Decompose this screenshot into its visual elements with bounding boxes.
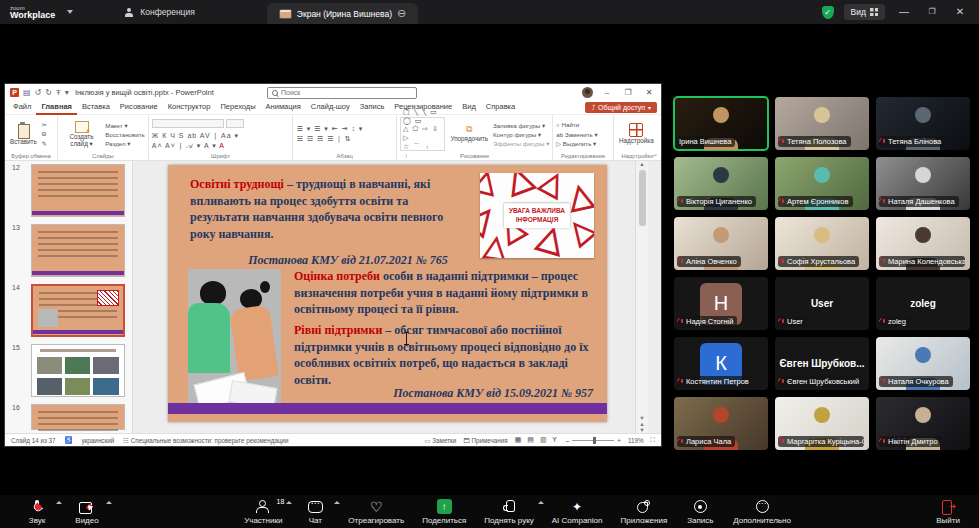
ppt-minimize-button[interactable]: – bbox=[600, 88, 614, 97]
ribbon-collapse-icon[interactable]: ⌄ bbox=[652, 150, 658, 158]
toolbar-button-Дополнительно[interactable]: Дополнительно bbox=[725, 497, 799, 526]
comments-button[interactable]: 🗔 Примечания bbox=[463, 437, 507, 444]
slides-minibuttons[interactable]: Макет ▾ Восстановить Раздел ▾ bbox=[105, 117, 145, 151]
new-slide-button[interactable]: Создать слайд ▾ bbox=[61, 117, 102, 151]
slide-thumbnail-12[interactable]: 12 bbox=[5, 164, 132, 217]
thumbnail-preview[interactable] bbox=[31, 284, 125, 337]
close-button[interactable]: ✕ bbox=[951, 7, 969, 17]
toolbar-button-Поделиться[interactable]: ↑Поделиться bbox=[414, 497, 474, 526]
fit-slide-icon[interactable]: ⛶ bbox=[651, 436, 655, 444]
toolbar-button-Выйти[interactable]: Выйти bbox=[925, 497, 971, 526]
slide-thumbnail-14[interactable]: 14 bbox=[5, 284, 132, 337]
security-shield-icon[interactable] bbox=[822, 6, 834, 19]
arrange-button[interactable]: ⧉ Упорядочить bbox=[448, 117, 489, 151]
participant-tile-zoleg[interactable]: zolegzoleg bbox=[876, 277, 970, 330]
addin-button[interactable]: Надстройка bbox=[617, 117, 656, 151]
ppt-close-button[interactable]: ✕ bbox=[642, 88, 656, 97]
scroll-up-icon[interactable]: ▲ bbox=[639, 161, 644, 167]
scrollbar-thumb[interactable] bbox=[639, 170, 646, 226]
participant-tile-Маргарітка Куріцына-Си...[interactable]: Маргарітка Куріцына-Си... bbox=[775, 397, 869, 450]
font-size-select[interactable] bbox=[226, 119, 244, 128]
toolbar-button-Чат[interactable]: Чат bbox=[292, 497, 338, 526]
stop-share-icon[interactable]: ⊖ bbox=[397, 8, 406, 19]
thumbnail-preview[interactable] bbox=[31, 344, 125, 397]
thumbnail-preview[interactable] bbox=[31, 224, 125, 277]
participant-tile-Аліна Овченко[interactable]: Аліна Овченко bbox=[674, 217, 768, 270]
font-extra-buttons[interactable]: A˄ A˅ ∣ 𝒜 ▾ A ▾ A bbox=[152, 142, 244, 150]
participant-tile-Тетяна Полозова[interactable]: Тетяна Полозова bbox=[775, 97, 869, 150]
paragraph-controls[interactable]: ☰ ▾ ☰ ▾ ⇤ ⇥ ↕ ▾ ☱ ☲ ☴ ☰ ∣ ⇅ bbox=[296, 117, 363, 151]
toolbar-button-Участники[interactable]: 18Участники bbox=[236, 497, 290, 526]
font-style-buttons[interactable]: Ж К Ч S ab AV ∣ Аа ▾ bbox=[152, 132, 244, 140]
participant-tile-Марина Колендовська[interactable]: Марина Колендовська bbox=[876, 217, 970, 270]
ppt-menu-tab-Файл[interactable]: Файл bbox=[8, 100, 36, 115]
slide-scrollbar[interactable]: ▲ ▼ ▲ ▼ bbox=[635, 161, 648, 433]
ppt-restore-button[interactable]: ❐ bbox=[621, 88, 635, 97]
toolbar-button-Поднять руку[interactable]: Поднять руку bbox=[476, 497, 541, 526]
slide-canvas[interactable]: Освітні труднощі – труднощі в навчанні, … bbox=[168, 165, 607, 422]
ppt-menu-tab-Слайд-шоу[interactable]: Слайд-шоу bbox=[306, 100, 355, 115]
ppt-menu-tab-Анимация[interactable]: Анимация bbox=[261, 100, 306, 115]
slide-thumbnail-13[interactable]: 13 bbox=[5, 224, 132, 277]
chevron-up-icon[interactable] bbox=[56, 501, 62, 504]
thumbnail-preview[interactable] bbox=[31, 164, 125, 217]
ppt-menu-tab-Переходы[interactable]: Переходы bbox=[215, 100, 260, 115]
thumbnail-preview[interactable] bbox=[31, 404, 125, 430]
restore-button[interactable]: ❐ bbox=[923, 8, 941, 16]
ppt-menu-tab-Конструктор[interactable]: Конструктор bbox=[163, 100, 216, 115]
language-indicator[interactable]: украинский bbox=[81, 437, 114, 444]
toolbar-button-Звук[interactable]: Звук bbox=[14, 497, 60, 526]
undo-icon[interactable]: ↺ bbox=[35, 89, 42, 97]
participant-tile-Лариса Чала[interactable]: Лариса Чала bbox=[674, 397, 768, 450]
workspace-chevron-icon[interactable] bbox=[67, 10, 73, 14]
ppt-search-box[interactable]: Поиск bbox=[267, 87, 417, 99]
toolbar-button-Видео[interactable]: Видео bbox=[64, 497, 110, 526]
editing-buttons[interactable]: ⌕ Найти ab Заменить ▾ ▷ Выделить ▾ bbox=[556, 117, 597, 151]
qat-customize-chevron-icon[interactable]: ▾ bbox=[65, 89, 69, 97]
zoom-slider[interactable]: –+ bbox=[566, 437, 621, 444]
account-avatar[interactable] bbox=[582, 87, 593, 98]
ppt-menu-tab-Главная[interactable]: Главная bbox=[36, 100, 77, 115]
notes-button[interactable]: ▭ Заметки bbox=[425, 437, 457, 444]
participant-tile-Софія Хрустальова[interactable]: Софія Хрустальова bbox=[775, 217, 869, 270]
accessibility-check[interactable]: ☷ Специальные возможности: проверьте рек… bbox=[123, 437, 288, 444]
chevron-up-icon[interactable] bbox=[106, 501, 112, 504]
ppt-share-button[interactable]: Общий доступ bbox=[585, 102, 657, 113]
save-icon[interactable]: ▤ bbox=[23, 89, 31, 97]
toolbar-button-AI Companion[interactable]: ✦AI Companion bbox=[544, 497, 611, 526]
minimize-button[interactable]: — bbox=[895, 7, 913, 17]
participant-tile-Наталя Дашенкова[interactable]: Наталя Дашенкова bbox=[876, 157, 970, 210]
participant-tile-Надія Стогній[interactable]: ННадія Стогній bbox=[674, 277, 768, 330]
participant-tile-Євген Шрубковський[interactable]: Євген Шрубков...Євген Шрубковський bbox=[775, 337, 869, 390]
participant-tile-Ірина Вишнева[interactable]: Ірина Вишнева bbox=[674, 97, 768, 150]
view-button[interactable]: Вид bbox=[844, 4, 885, 20]
shapes-gallery[interactable]: ▢ ╲ ╲ ▭ ◯ ▭ △ ⬠ ⇨ ⇩ ▷ ☆ ⌒ ﹙ ﹚ bbox=[400, 117, 445, 151]
next-slide-icon[interactable]: ▼ bbox=[639, 427, 644, 433]
participant-tile-Тетяна Блінова[interactable]: Тетяна Блінова bbox=[876, 97, 970, 150]
tab-conference[interactable]: Конференция bbox=[113, 0, 206, 24]
participant-tile-User[interactable]: UserUser bbox=[775, 277, 869, 330]
font-name-select[interactable] bbox=[152, 119, 224, 128]
toolbar-button-Отреагировать[interactable]: ♡Отреагировать bbox=[340, 497, 412, 526]
ppt-menu-tab-Рисование[interactable]: Рисование bbox=[115, 100, 163, 115]
toolbar-button-Запись[interactable]: Запись bbox=[677, 497, 723, 526]
participant-tile-Артем Єронников[interactable]: Артем Єронников bbox=[775, 157, 869, 210]
redo-icon[interactable]: ↻ bbox=[45, 89, 52, 97]
participant-tile-Костянтин Петров[interactable]: ККостянтин Петров bbox=[674, 337, 768, 390]
view-switcher-icons[interactable]: ▦ ▤ ▥ 𝖸 bbox=[515, 436, 559, 444]
font-controls[interactable]: Ж К Ч S ab AV ∣ Аа ▾ A˄ A˅ ∣ 𝒜 ▾ A ▾ A bbox=[152, 117, 244, 151]
toolbar-button-Приложения[interactable]: Приложения bbox=[612, 497, 675, 526]
participant-tile-Нікітін Дмитро[interactable]: Нікітін Дмитро bbox=[876, 397, 970, 450]
paste-button[interactable]: Вставить bbox=[8, 117, 39, 151]
ppt-menu-tab-Справка[interactable]: Справка bbox=[481, 100, 520, 115]
start-from-beginning-icon[interactable]: Ŧ bbox=[56, 89, 61, 97]
slide-thumbnail-16[interactable]: 16 bbox=[5, 404, 132, 433]
tab-shared-screen[interactable]: Экран (Ирина Вишнева) ⊖ bbox=[267, 3, 418, 24]
ppt-menu-tab-Вид[interactable]: Вид bbox=[457, 100, 481, 115]
slide-thumbnail-15[interactable]: 15 bbox=[5, 344, 132, 397]
ppt-menu-tab-Вставка[interactable]: Вставка bbox=[77, 100, 115, 115]
ppt-menu-tab-Запись[interactable]: Запись bbox=[355, 100, 390, 115]
shape-format-buttons[interactable]: Заливка фигуры ▾ Контур фигуры ▾ Эффекты… bbox=[493, 117, 549, 151]
zoom-percent[interactable]: 119% bbox=[628, 437, 644, 444]
clipboard-minibuttons[interactable]: ✂⧉✎ bbox=[42, 117, 47, 151]
